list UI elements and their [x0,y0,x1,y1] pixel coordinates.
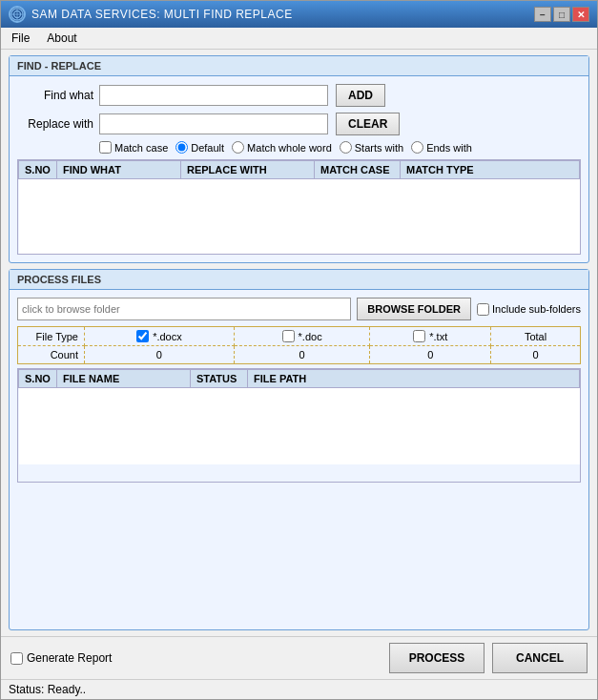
window-controls: − □ ✕ [534,7,589,22]
title-bar: SAM DATA SERVICES: MULTI FIND REPLACE − … [1,1,597,28]
txt-cell: *.txt [370,327,491,346]
docx-label: *.docx [153,331,182,342]
browse-folder-button[interactable]: BROWSE FOLDER [357,298,471,320]
close-button[interactable]: ✕ [572,7,589,22]
txt-count: 0 [370,346,491,364]
files-col-sno: S.NO [19,370,57,388]
table-row [19,388,580,464]
find-what-label: Find what [17,89,93,102]
title-bar-left: SAM DATA SERVICES: MULTI FIND REPLACE [9,6,293,23]
find-what-row: Find what ADD [17,84,581,107]
replace-with-row: Replace with CLEAR [17,113,581,135]
doc-label: *.doc [299,331,322,342]
find-what-input[interactable] [99,85,328,106]
col-match-case: MATCH CASE [315,161,401,179]
starts-with-item: Starts with [340,141,403,154]
match-whole-word-radio[interactable] [232,141,244,154]
process-files-section: PROCESS FILES BROWSE FOLDER Include sub-… [9,269,589,630]
files-table-header-row: S.NO FILE NAME STATUS FILE PATH [19,370,580,388]
include-subfolders-label: Include sub-folders [492,303,581,315]
match-case-item: Match case [99,141,168,154]
browse-row: BROWSE FOLDER Include sub-folders [17,298,581,320]
app-icon [9,6,26,23]
total-count: 0 [491,346,581,364]
count-label: Count [18,346,85,364]
replace-with-label: Replace with [17,117,93,131]
process-files-body: BROWSE FOLDER Include sub-folders File T… [10,290,588,490]
bottom-bar: Generate Report PROCESS CANCEL [1,636,597,679]
starts-with-label: Starts with [355,142,403,154]
txt-checkbox[interactable] [413,330,425,342]
doc-cell: *.doc [234,327,370,346]
docx-count: 0 [85,346,235,364]
file-type-table: File Type *.docx *.doc [17,326,581,364]
generate-report-label: Generate Report [27,651,112,665]
col-match-type: MATCH TYPE [401,161,580,179]
match-whole-word-item: Match whole word [232,141,332,154]
total-label-cell: Total [491,327,581,346]
match-case-checkbox[interactable] [99,141,112,154]
file-type-label: File Type [18,327,85,346]
replace-with-input[interactable] [99,113,328,134]
col-replace-with: REPLACE WITH [181,161,315,179]
include-subfolders-checkbox[interactable] [477,303,489,316]
minimize-button[interactable]: − [534,7,551,22]
file-type-row: File Type *.docx *.doc [18,327,581,346]
files-table: S.NO FILE NAME STATUS FILE PATH [18,369,580,464]
cancel-button[interactable]: CANCEL [492,643,588,673]
maximize-button[interactable]: □ [553,7,570,22]
main-content: FIND - REPLACE Find what ADD Replace wit… [1,50,597,636]
docx-cell: *.docx [85,327,235,346]
files-table-container[interactable]: S.NO FILE NAME STATUS FILE PATH [17,368,581,483]
menu-bar: File About [1,28,597,50]
find-replace-table-container[interactable]: S.NO FIND WHAT REPLACE WITH MATCH CASE M… [17,159,581,255]
col-find-what: FIND WHAT [57,161,181,179]
menu-file[interactable]: File [9,31,32,46]
find-replace-table-body [19,179,580,256]
find-replace-title: FIND - REPLACE [10,56,588,76]
default-radio[interactable] [175,141,188,154]
docx-checkbox[interactable] [136,330,149,342]
doc-checkbox[interactable] [282,330,295,342]
doc-count: 0 [234,346,370,364]
process-button[interactable]: PROCESS [389,643,485,673]
status-text: Status: Ready.. [9,683,86,696]
col-sno: S.NO [19,161,57,179]
add-button[interactable]: ADD [336,84,385,107]
default-label: Default [191,142,224,154]
files-col-status: STATUS [191,370,248,388]
match-whole-word-label: Match whole word [247,142,332,154]
find-replace-table: S.NO FIND WHAT REPLACE WITH MATCH CASE M… [18,160,580,255]
txt-label: *.txt [429,331,447,342]
table-row [19,179,580,256]
starts-with-radio[interactable] [340,141,352,154]
browse-folder-input[interactable] [17,298,351,320]
options-row: Match case Default Match whole word Star… [99,141,581,154]
default-radio-item: Default [175,141,224,154]
process-files-title: PROCESS FILES [10,270,588,290]
match-case-label: Match case [114,142,168,154]
files-table-body [19,388,580,464]
count-row: Count 0 0 0 0 [18,346,581,364]
generate-report-item: Generate Report [10,651,112,665]
files-col-filepath: FILE PATH [248,370,580,388]
find-replace-body: Find what ADD Replace with CLEAR Match c… [10,76,588,262]
generate-report-checkbox[interactable] [10,652,23,665]
menu-about[interactable]: About [44,31,79,46]
ends-with-radio[interactable] [411,141,423,154]
find-replace-table-header-row: S.NO FIND WHAT REPLACE WITH MATCH CASE M… [19,161,580,179]
ends-with-item: Ends with [411,141,472,154]
clear-button[interactable]: CLEAR [336,113,400,135]
status-bar: Status: Ready.. [1,679,597,699]
ends-with-label: Ends with [426,142,472,154]
find-replace-section: FIND - REPLACE Find what ADD Replace wit… [9,55,589,263]
main-window: SAM DATA SERVICES: MULTI FIND REPLACE − … [0,0,598,700]
files-col-filename: FILE NAME [57,370,191,388]
window-title: SAM DATA SERVICES: MULTI FIND REPLACE [31,8,293,21]
include-subfolders-item: Include sub-folders [477,303,581,316]
